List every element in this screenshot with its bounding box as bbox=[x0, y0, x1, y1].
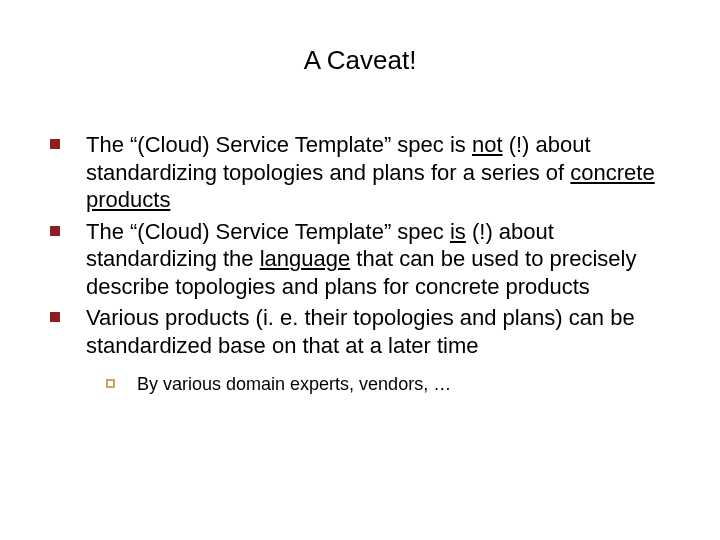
bullet-list: The “(Cloud) Service Template” spec is n… bbox=[50, 131, 670, 396]
list-item: The “(Cloud) Service Template” spec is (… bbox=[50, 218, 670, 301]
slide: A Caveat! The “(Cloud) Service Template”… bbox=[0, 0, 720, 540]
list-item: By various domain experts, vendors, … bbox=[106, 373, 670, 396]
text-run: The “(Cloud) Service Template” spec bbox=[86, 219, 450, 244]
underlined-text: language bbox=[260, 246, 351, 271]
bullet-text: Various products (i. e. their topologies… bbox=[86, 304, 670, 359]
bullet-text: By various domain experts, vendors, … bbox=[137, 373, 670, 396]
hollow-square-bullet-icon bbox=[106, 379, 115, 388]
text-run: Various products (i. e. their topologies… bbox=[86, 305, 635, 358]
square-bullet-icon bbox=[50, 226, 60, 236]
bullet-text: The “(Cloud) Service Template” spec is (… bbox=[86, 218, 670, 301]
square-bullet-icon bbox=[50, 139, 60, 149]
text-run: The “(Cloud) Service Template” spec is bbox=[86, 132, 472, 157]
list-item: The “(Cloud) Service Template” spec is n… bbox=[50, 131, 670, 214]
slide-title: A Caveat! bbox=[50, 45, 670, 76]
underlined-text: is bbox=[450, 219, 466, 244]
sub-list: By various domain experts, vendors, … bbox=[106, 373, 670, 396]
bullet-text: The “(Cloud) Service Template” spec is n… bbox=[86, 131, 670, 214]
underlined-text: not bbox=[472, 132, 503, 157]
list-item: Various products (i. e. their topologies… bbox=[50, 304, 670, 359]
square-bullet-icon bbox=[50, 312, 60, 322]
